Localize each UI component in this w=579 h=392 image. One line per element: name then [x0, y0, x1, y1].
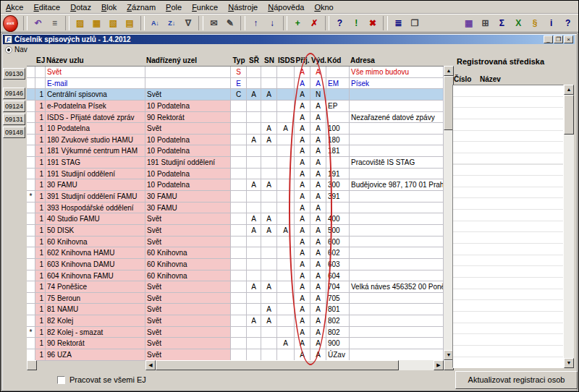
cell-adresa[interactable] — [350, 135, 444, 146]
cell-flag[interactable] — [27, 112, 35, 124]
cell-prij[interactable]: A — [295, 270, 310, 282]
cell-prij[interactable]: A — [295, 157, 310, 169]
cell-ej[interactable]: 1 — [35, 259, 46, 270]
cell-nazev[interactable]: 40 Studio FAMU — [46, 213, 145, 225]
cell-typ[interactable] — [231, 237, 247, 248]
cell-kod[interactable]: 604 — [326, 270, 350, 282]
cell-ej[interactable] — [35, 78, 46, 90]
cell-nazev[interactable]: e-Podatelna Písek — [46, 101, 145, 112]
cell-nadrizeny[interactable]: 10 Podatelna — [145, 135, 231, 146]
cell-isds[interactable] — [277, 179, 295, 191]
cell-sn[interactable]: A — [261, 281, 277, 293]
grid-row[interactable]: *1391 Studijní oddělení FAMU30 FAMUAA391 — [27, 191, 444, 203]
cell-sr[interactable] — [247, 327, 261, 338]
cell-kod[interactable]: 180 — [326, 135, 350, 146]
cell-vyd[interactable]: A — [310, 123, 326, 135]
cell-ej[interactable]: 1 — [35, 293, 46, 304]
cell-adresa[interactable] — [350, 225, 444, 237]
cell-sn[interactable] — [261, 169, 277, 180]
grid-row[interactable]: 1180 Zvukové studio HAMU10 PodatelnaAAAA… — [27, 135, 444, 146]
cell-sr[interactable] — [247, 145, 261, 157]
cell-flag[interactable] — [27, 281, 35, 293]
grid-horizontal-scrollbar[interactable]: ◀ ▶ — [145, 360, 444, 370]
cell-prij[interactable]: A — [295, 89, 310, 101]
cell-sr[interactable] — [247, 247, 261, 259]
cell-nadrizeny[interactable]: 10 Podatelna — [145, 169, 231, 180]
cell-prij[interactable]: A — [295, 349, 310, 361]
cell-flag[interactable] — [27, 203, 35, 214]
cell-prij[interactable]: A — [295, 101, 310, 112]
cell-typ[interactable]: E — [231, 78, 247, 90]
cell-prij[interactable]: A — [295, 247, 310, 259]
cell-nadrizeny[interactable]: 10 Podatelna — [145, 101, 231, 112]
cell-kod[interactable]: 100 — [326, 123, 350, 135]
grid-row[interactable]: 175 BerounSvětAA705 — [27, 293, 444, 304]
cell-kod[interactable] — [326, 89, 350, 101]
cell-flag[interactable]: * — [27, 191, 35, 203]
cell-nazev[interactable]: 393 Hospodářské oddělení — [46, 203, 145, 214]
cell-nadrizeny[interactable]: 30 FAMU — [145, 191, 231, 203]
cell-nazev[interactable]: 75 Beroun — [46, 293, 145, 304]
cell-typ[interactable] — [231, 281, 247, 293]
nav-button-09146[interactable]: 09146 — [3, 88, 25, 99]
nav-button-09124[interactable]: 09124 — [3, 101, 25, 112]
cell-isds[interactable] — [277, 78, 295, 90]
cell-isds[interactable]: A — [277, 123, 295, 135]
cell-prij[interactable]: A — [295, 78, 310, 90]
cell-nadrizeny[interactable]: Svět — [145, 315, 231, 327]
cell-typ[interactable] — [231, 349, 247, 361]
cell-isds[interactable]: A — [277, 338, 295, 349]
cell-flag[interactable] — [27, 247, 35, 259]
cell-adresa[interactable] — [350, 327, 444, 338]
cell-adresa[interactable] — [350, 213, 444, 225]
cell-ej[interactable]: 1 — [35, 247, 46, 259]
cell-sn[interactable] — [261, 327, 277, 338]
exit-button[interactable]: exit — [3, 15, 18, 32]
cell-sr[interactable] — [247, 112, 261, 124]
cell-sr[interactable] — [247, 270, 261, 282]
grid-row[interactable]: 140 Studio FAMUSvětAAAA400 — [27, 213, 444, 225]
grid-row[interactable]: 1ISDS - Přijaté datové zpráv90 RektorátA… — [27, 112, 444, 124]
cell-prij[interactable]: A — [295, 191, 310, 203]
cell-sr[interactable]: A — [247, 135, 261, 146]
cell-adresa[interactable]: Budějovice 987, 170 01 Praha — [350, 179, 444, 191]
cell-kod[interactable]: 802 — [326, 315, 350, 327]
cell-flag[interactable] — [27, 145, 35, 157]
cell-vyd[interactable]: A — [310, 247, 326, 259]
cell-adresa[interactable] — [350, 123, 444, 135]
cell-prij[interactable]: A — [295, 179, 310, 191]
cell-typ[interactable] — [231, 145, 247, 157]
cell-nadrizeny[interactable]: 60 Knihovna — [145, 270, 231, 282]
grid-row[interactable]: 1191 Studijní oddělení10 PodatelnaAA191 — [27, 169, 444, 180]
cell-isds[interactable] — [277, 135, 295, 146]
cell-sn[interactable] — [261, 349, 277, 361]
cell-adresa[interactable] — [350, 259, 444, 270]
cell-typ[interactable] — [231, 315, 247, 327]
cell-kod[interactable]: 704 — [326, 281, 350, 293]
cell-vyd[interactable]: A — [310, 101, 326, 112]
cell-nazev[interactable]: 96 UZA — [46, 349, 145, 361]
cell-vyd[interactable]: A — [310, 78, 326, 90]
mail-button[interactable]: ✉ — [206, 15, 221, 31]
sum-button[interactable]: Σ — [494, 15, 510, 31]
panel-vertical-scrollbar[interactable]: ▲ ▼ — [564, 85, 574, 368]
cell-typ[interactable] — [231, 259, 247, 270]
cell-vyd[interactable]: A — [310, 225, 326, 237]
cell-nadrizeny[interactable] — [145, 78, 231, 90]
cell-nadrizeny[interactable]: Svět — [145, 293, 231, 304]
scroll-up-button[interactable]: ▲ — [564, 85, 574, 95]
cell-kod[interactable] — [326, 112, 350, 124]
cell-isds[interactable] — [277, 67, 295, 78]
cell-sr[interactable] — [247, 67, 261, 78]
cell-vyd[interactable]: A — [310, 67, 326, 78]
cell-prij[interactable]: A — [295, 145, 310, 157]
cell-sr[interactable] — [247, 293, 261, 304]
cell-vyd[interactable]: A — [310, 315, 326, 327]
grid-row[interactable]: 1181 Výkumné centrum HAM10 PodatelnaAA18… — [27, 145, 444, 157]
cell-isds[interactable] — [277, 270, 295, 282]
cell-isds[interactable] — [277, 157, 295, 169]
cell-flag[interactable] — [27, 349, 35, 361]
cell-vyd[interactable]: A — [310, 293, 326, 304]
cell-kod[interactable]: ÚZav — [326, 349, 350, 361]
cell-isds[interactable] — [277, 315, 295, 327]
